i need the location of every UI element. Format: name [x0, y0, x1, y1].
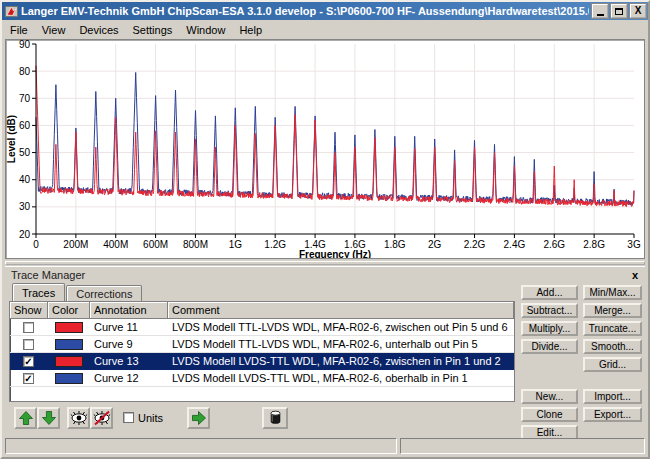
truncate-button[interactable]: Truncate...	[583, 321, 642, 336]
spectrum-chart-panel: 20304050607080900200M400M600M800M1G1.2G1…	[5, 39, 645, 259]
move-down-button[interactable]	[37, 407, 60, 429]
menu-settings[interactable]: Settings	[126, 22, 180, 38]
svg-text:70: 70	[19, 93, 31, 104]
svg-text:30: 30	[19, 201, 31, 212]
status-pane-left	[5, 438, 397, 454]
app-icon	[5, 5, 18, 18]
maximize-icon	[615, 8, 623, 15]
show-checkbox[interactable]: ✓	[23, 356, 34, 367]
show-checkbox[interactable]: ✓	[23, 373, 34, 384]
app-window: Langer EMV-Technik GmbH ChipScan-ESA 3.1…	[0, 0, 650, 459]
svg-text:2G: 2G	[428, 239, 442, 250]
new-button[interactable]: New...	[521, 389, 578, 404]
svg-text:1G: 1G	[229, 239, 243, 250]
trace-manager-header: Trace Manager x	[5, 267, 645, 282]
smooth-button[interactable]: Smooth...	[583, 339, 642, 354]
multiply-button[interactable]: Multiply...	[521, 321, 578, 336]
table-row[interactable]: ✓ Curve 13 LVDS Modell LVDS-TTL WDL, MFA…	[10, 353, 514, 370]
svg-text:90: 90	[19, 40, 31, 50]
svg-text:Frequency (Hz): Frequency (Hz)	[299, 249, 371, 258]
spectrum-chart: 20304050607080900200M400M600M800M1G1.2G1…	[6, 40, 646, 258]
table-row[interactable]: Curve 11 LVDS Modell TTL-LVDS WDL, MFA-R…	[10, 319, 514, 336]
horizontal-splitter[interactable]	[5, 261, 645, 265]
comment-cell: LVDS Modell LVDS-TTL WDL, MFA-R02-6, obe…	[168, 372, 514, 384]
col-show: Show	[10, 302, 48, 319]
arrow-up-icon	[18, 410, 34, 426]
traces-table: Show Color Annotation Comment Curve 11 L…	[9, 301, 515, 402]
units-option: Units	[123, 412, 163, 424]
close-button[interactable]: X	[630, 4, 646, 18]
minimize-button[interactable]	[592, 4, 608, 18]
color-swatch	[55, 322, 83, 333]
arrow-down-icon	[41, 410, 57, 426]
tab-corrections[interactable]: Corrections	[66, 285, 142, 301]
units-label: Units	[138, 412, 163, 424]
units-checkbox[interactable]	[123, 412, 134, 423]
svg-text:800M: 800M	[183, 239, 208, 250]
divide-button[interactable]: Divide...	[521, 339, 578, 354]
menu-window[interactable]: Window	[179, 22, 232, 38]
minimize-icon	[597, 14, 604, 16]
apply-button[interactable]	[187, 407, 210, 429]
export-button[interactable]: Export...	[583, 407, 642, 422]
svg-text:2.2G: 2.2G	[464, 239, 486, 250]
close-icon: X	[635, 6, 642, 16]
table-row[interactable]: Curve 9 LVDS Modell TTL-LVDS WDL, MFA-R0…	[10, 336, 514, 353]
svg-text:50: 50	[19, 147, 31, 158]
maximize-button[interactable]	[611, 4, 627, 18]
clone-button[interactable]: Clone	[521, 407, 578, 422]
svg-text:3G: 3G	[627, 239, 641, 250]
merge-button[interactable]: Merge...	[583, 303, 642, 318]
col-annotation: Annotation	[90, 302, 168, 319]
show-checkbox[interactable]	[23, 322, 34, 333]
svg-text:60: 60	[19, 120, 31, 131]
subtract-button[interactable]: Subtract...	[521, 303, 578, 318]
show-checkbox[interactable]	[23, 339, 34, 350]
col-color: Color	[48, 302, 90, 319]
minmax-button[interactable]: Min/Max...	[583, 285, 642, 300]
annotation-cell: Curve 13	[90, 355, 168, 367]
svg-text:400M: 400M	[103, 239, 128, 250]
eye-icon	[70, 410, 88, 426]
delete-trace-button[interactable]	[262, 407, 288, 429]
show-trace-button[interactable]	[67, 407, 90, 429]
menu-view[interactable]: View	[35, 22, 73, 38]
trace-manager-tabs: Traces Corrections	[9, 283, 515, 301]
grid-button[interactable]: Grid...	[583, 357, 642, 372]
eye-slash-icon	[93, 410, 111, 426]
statusbar	[2, 436, 648, 457]
menu-devices[interactable]: Devices	[72, 22, 125, 38]
menu-file[interactable]: File	[3, 22, 35, 38]
menubar: File View Devices Settings Window Help	[2, 20, 648, 39]
trash-icon	[267, 409, 284, 426]
table-row[interactable]: ✓ Curve 12 LVDS Modell LVDS-TTL WDL, MFA…	[10, 370, 514, 387]
annotation-cell: Curve 12	[90, 372, 168, 384]
svg-text:2.8G: 2.8G	[583, 239, 605, 250]
traces-table-header: Show Color Annotation Comment	[10, 302, 514, 319]
color-swatch	[55, 356, 83, 367]
svg-text:600M: 600M	[143, 239, 168, 250]
svg-text:1.2G: 1.2G	[264, 239, 286, 250]
col-comment: Comment	[168, 302, 514, 319]
menu-help[interactable]: Help	[232, 22, 269, 38]
hide-trace-button[interactable]	[90, 407, 113, 429]
tab-traces[interactable]: Traces	[12, 283, 65, 301]
color-swatch	[55, 339, 83, 350]
trace-toolbar: Units	[9, 402, 515, 432]
comment-cell: LVDS Modell TTL-LVDS WDL, MFA-R02-6, unt…	[168, 338, 514, 350]
status-pane-right	[400, 438, 645, 454]
color-swatch	[55, 373, 83, 384]
move-up-button[interactable]	[14, 407, 37, 429]
svg-text:1.8G: 1.8G	[384, 239, 406, 250]
svg-text:200M: 200M	[63, 239, 88, 250]
import-button[interactable]: Import...	[583, 389, 642, 404]
trace-manager-title: Trace Manager	[11, 269, 85, 281]
trace-actions: Add... Min/Max... Subtract... Merge... M…	[515, 283, 643, 436]
window-title: Langer EMV-Technik GmbH ChipScan-ESA 3.1…	[21, 5, 589, 17]
comment-cell: LVDS Modell LVDS-TTL WDL, MFA-R02-6, zwi…	[168, 355, 514, 367]
comment-cell: LVDS Modell TTL-LVDS WDL, MFA-R02-6, zwi…	[168, 321, 514, 333]
trace-manager-panel: Trace Manager x Traces Corrections Show …	[5, 266, 645, 436]
add-button[interactable]: Add...	[521, 285, 578, 300]
svg-text:2.4G: 2.4G	[504, 239, 526, 250]
trace-manager-close-icon[interactable]: x	[629, 269, 641, 281]
